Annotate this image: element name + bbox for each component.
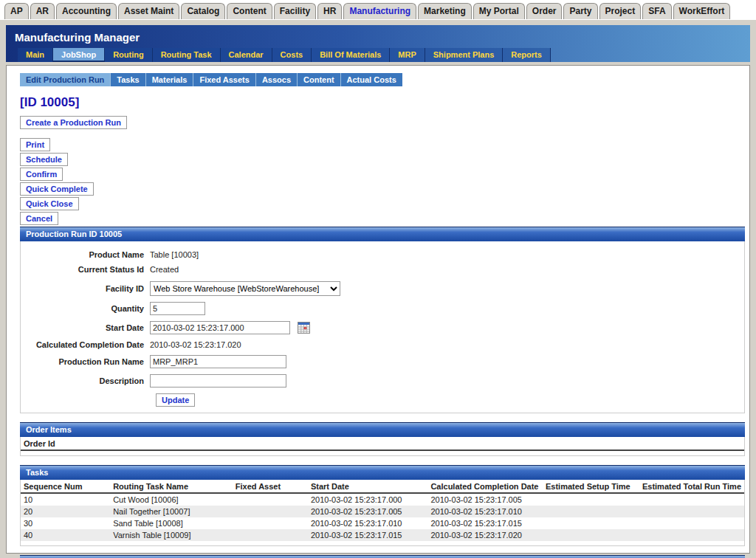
menu-item-shipment-plans[interactable]: Shipment Plans (425, 48, 504, 62)
materials-section-header: Materials (20, 555, 745, 558)
tasks-col-sequence-num: Sequence Num (21, 480, 110, 493)
app-tab-marketing[interactable]: Marketing (418, 3, 472, 19)
product-name-label: Product Name (21, 250, 150, 259)
task-cell (543, 517, 639, 529)
task-cell (233, 529, 308, 541)
app-tab-manufacturing[interactable]: Manufacturing (343, 3, 416, 19)
app-tab-workeffort[interactable]: WorkEffort (673, 3, 731, 19)
app-tab-order[interactable]: Order (526, 3, 563, 19)
task-cell (639, 506, 744, 517)
task-cell: 20 (21, 506, 110, 517)
task-cell (233, 493, 308, 506)
production-run-form: Product Name Table [10003] Current Statu… (20, 241, 745, 413)
tasks-col-fixed-asset: Fixed Asset (233, 480, 308, 493)
calc-completion-date-label: Calculated Completion Date (21, 340, 150, 349)
app-tab-ap[interactable]: AP (4, 3, 29, 19)
tasks-section: Sequence Num Routing Task Name Fixed Ass… (20, 480, 745, 546)
tasks-col-calc-completion-date: Calculated Completion Date (427, 480, 543, 493)
app-tab-asset-maint[interactable]: Asset Maint (118, 3, 179, 19)
description-label: Description (21, 376, 150, 385)
subnav-fixed-assets[interactable]: Fixed Assets (193, 73, 255, 86)
app-tab-content[interactable]: Content (227, 3, 272, 19)
app-tab-facility[interactable]: Facility (274, 3, 316, 19)
task-cell: 2010-03-02 15:23:17.020 (427, 529, 543, 541)
task-cell: 2010-03-02 15:23:17.000 (308, 493, 427, 506)
menu-item-routing-task[interactable]: Routing Task (153, 48, 221, 62)
current-status-value: Created (150, 264, 179, 275)
start-date-input[interactable] (150, 321, 290, 334)
menu-item-bill-of-materials[interactable]: Bill Of Materials (312, 48, 390, 62)
task-row: 40 Varnish Table [10009] 2010-03-02 15:2… (21, 529, 744, 541)
menu-item-jobshop[interactable]: JobShop (53, 48, 105, 62)
app-header: Manufacturing Manager Main JobShop Routi… (6, 25, 750, 62)
task-cell: Nail Together [10007] (110, 506, 233, 517)
task-cell (543, 506, 639, 517)
menu-item-mrp[interactable]: MRP (390, 48, 425, 62)
task-row: 20 Nail Together [10007] 2010-03-02 15:2… (21, 506, 744, 517)
cancel-button[interactable]: Cancel (20, 212, 58, 225)
calendar-icon (298, 322, 310, 334)
quick-close-button[interactable]: Quick Close (20, 197, 79, 210)
app-menu: Main JobShop Routing Routing Task Calend… (6, 48, 750, 62)
menu-item-routing[interactable]: Routing (105, 48, 153, 62)
production-run-name-input[interactable] (150, 355, 286, 368)
task-cell (543, 529, 639, 541)
task-cell: Cut Wood [10006] (110, 493, 233, 506)
facility-id-label: Facility ID (21, 284, 150, 293)
task-cell: 10 (21, 493, 110, 506)
subnav-content[interactable]: Content (298, 73, 341, 86)
task-cell: 2010-03-02 15:23:17.015 (308, 529, 427, 541)
action-button-stack: Print Schedule Confirm Quick Complete Qu… (20, 138, 746, 225)
quantity-input[interactable] (150, 302, 205, 315)
menu-item-costs[interactable]: Costs (272, 48, 312, 62)
tasks-col-routing-task-name: Routing Task Name (110, 480, 233, 493)
app-tab-project[interactable]: Project (599, 3, 642, 19)
update-button[interactable]: Update (156, 393, 195, 407)
app-tab-party[interactable]: Party (563, 3, 597, 19)
quick-complete-button[interactable]: Quick Complete (20, 182, 94, 196)
product-name-value: Table [10003] (150, 249, 199, 261)
app-tab-catalog[interactable]: Catalog (181, 3, 225, 19)
menu-item-reports[interactable]: Reports (503, 48, 551, 62)
task-row: 30 Sand Table [10008] 2010-03-02 15:23:1… (21, 517, 744, 529)
order-items-table: Order Id (21, 437, 744, 451)
subnav-assocs[interactable]: Assocs (256, 73, 298, 86)
description-input[interactable] (150, 374, 286, 388)
subnav-actual-costs[interactable]: Actual Costs (341, 73, 402, 86)
content-box: Edit Production Run Tasks Materials Fixe… (6, 65, 750, 554)
calc-completion-date-value: 2010-03-02 15:23:17.020 (150, 339, 241, 351)
task-cell (233, 506, 308, 517)
subnav-materials[interactable]: Materials (146, 73, 194, 86)
app-tab-sfa[interactable]: SFA (642, 3, 671, 19)
app-tab-hr[interactable]: HR (317, 3, 342, 19)
start-date-picker-button[interactable] (298, 322, 310, 334)
app-tab-ar[interactable]: AR (30, 3, 55, 19)
app-tab-my-portal[interactable]: My Portal (473, 3, 525, 19)
subnav-edit-production-run[interactable]: Edit Production Run (20, 73, 111, 86)
task-cell (639, 493, 744, 506)
production-run-subnav: Edit Production Run Tasks Materials Fixe… (20, 73, 402, 86)
task-cell: 2010-03-02 15:23:17.010 (308, 517, 427, 529)
task-cell: 2010-03-02 15:23:17.005 (308, 506, 427, 517)
task-cell (639, 529, 744, 541)
schedule-button[interactable]: Schedule (20, 153, 68, 166)
print-button[interactable]: Print (20, 138, 50, 151)
production-run-name-label: Production Run Name (21, 357, 150, 366)
subnav-tasks[interactable]: Tasks (111, 73, 145, 86)
tasks-col-est-setup-time: Estimated Setup Time (543, 480, 639, 493)
create-production-run-button[interactable]: Create a Production Run (20, 116, 127, 129)
task-cell (639, 517, 744, 529)
task-cell (233, 517, 308, 529)
facility-select[interactable]: Web Store Warehouse [WebStoreWarehouse] (150, 281, 340, 296)
task-cell (543, 493, 639, 506)
app-tab-accounting[interactable]: Accounting (56, 3, 117, 19)
current-status-label: Current Status Id (21, 265, 150, 274)
task-cell: Varnish Table [10009] (110, 529, 233, 541)
order-items-section: Order Id (20, 437, 745, 456)
task-cell: 2010-03-02 15:23:17.015 (427, 517, 543, 529)
menu-item-main[interactable]: Main (18, 48, 53, 62)
quantity-label: Quantity (21, 304, 150, 313)
production-run-section-header: Production Run ID 10005 (20, 227, 745, 241)
menu-item-calendar[interactable]: Calendar (221, 48, 272, 62)
confirm-button[interactable]: Confirm (20, 168, 63, 181)
